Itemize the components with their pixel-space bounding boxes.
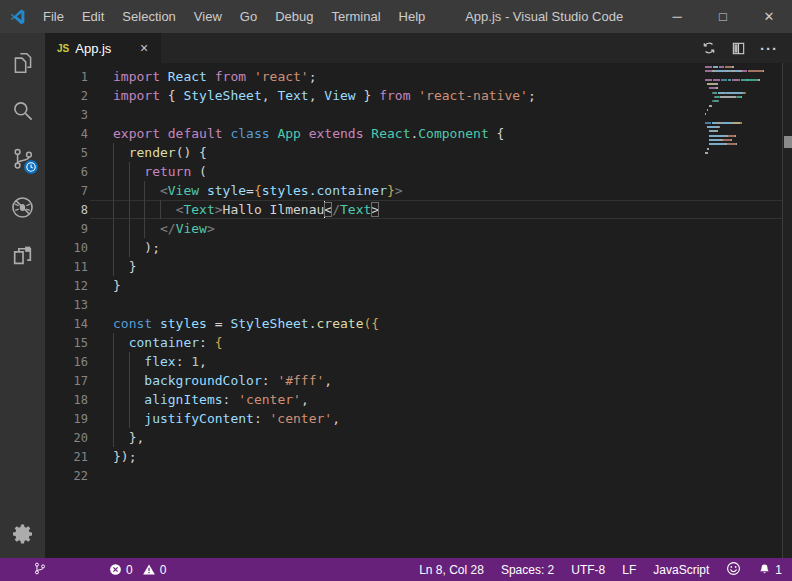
line-number[interactable]: 7 xyxy=(45,182,88,201)
close-button[interactable]: ✕ xyxy=(746,0,792,33)
line-number[interactable]: 5 xyxy=(45,144,88,163)
tab-appjs[interactable]: JS App.js × xyxy=(45,33,161,63)
code-line-9[interactable]: 9 </View> xyxy=(45,219,783,238)
line-number[interactable]: 18 xyxy=(45,391,88,410)
line-number[interactable]: 2 xyxy=(45,87,88,106)
overview-ruler[interactable] xyxy=(782,63,792,558)
menu-file[interactable]: File xyxy=(34,0,73,33)
code-token: App xyxy=(277,126,300,141)
code-token: { xyxy=(160,88,183,103)
split-editor-icon[interactable] xyxy=(731,41,746,56)
status-encoding[interactable]: UTF-8 xyxy=(571,563,605,577)
code-token: , xyxy=(324,373,332,388)
indent-guide xyxy=(113,143,114,162)
code-token: React xyxy=(168,69,207,84)
manage-gear[interactable] xyxy=(0,510,45,558)
code-token: > xyxy=(371,202,379,217)
code-line-6[interactable]: 6 return ( xyxy=(45,162,783,181)
code-line-10[interactable]: 10 ); xyxy=(45,238,783,257)
code-token: 'react-native' xyxy=(418,88,528,103)
code-line-14[interactable]: 14const styles = StyleSheet.create({ xyxy=(45,314,783,333)
line-number[interactable]: 20 xyxy=(45,429,88,448)
minimize-button[interactable]: ─ xyxy=(654,0,700,33)
activitybar-explorer[interactable] xyxy=(0,39,45,87)
line-number[interactable]: 9 xyxy=(45,220,88,239)
code-line-17[interactable]: 17 backgroundColor: '#fff', xyxy=(45,371,783,390)
menu-debug[interactable]: Debug xyxy=(266,0,322,33)
line-number[interactable]: 19 xyxy=(45,410,88,429)
status-eol[interactable]: LF xyxy=(622,563,636,577)
activitybar-source-control[interactable] xyxy=(0,135,45,183)
minimap[interactable] xyxy=(705,66,769,161)
line-number[interactable]: 3 xyxy=(45,106,88,125)
code-line-21[interactable]: 21}); xyxy=(45,447,783,466)
line-number[interactable]: 17 xyxy=(45,372,88,391)
code-token: { xyxy=(254,183,262,198)
activitybar-extensions[interactable] xyxy=(0,231,45,279)
code-token: : xyxy=(176,354,192,369)
code-line-8[interactable]: 8 <Text>Hallo Ilmenau</Text> xyxy=(45,200,783,219)
code-token xyxy=(113,183,160,198)
code-line-18[interactable]: 18 alignItems: 'center', xyxy=(45,390,783,409)
code-token: style xyxy=(207,183,246,198)
menu-edit[interactable]: Edit xyxy=(73,0,113,33)
line-number[interactable]: 21 xyxy=(45,448,88,467)
code-line-5[interactable]: 5 render() { xyxy=(45,143,783,162)
open-changes-icon[interactable] xyxy=(701,40,717,56)
problems-status[interactable]: 0 0 xyxy=(109,563,166,577)
code-token: = xyxy=(207,316,230,331)
line-number[interactable]: 8 xyxy=(45,201,88,220)
code-token: () { xyxy=(176,145,207,160)
code-line-12[interactable]: 12} xyxy=(45,276,783,295)
menu-selection[interactable]: Selection xyxy=(113,0,184,33)
line-number[interactable]: 11 xyxy=(45,258,88,277)
tab-bar: JS App.js × ··· xyxy=(45,33,792,63)
menu-view[interactable]: View xyxy=(185,0,231,33)
code-line-20[interactable]: 20 }, xyxy=(45,428,783,447)
line-number[interactable]: 12 xyxy=(45,277,88,296)
menu-terminal[interactable]: Terminal xyxy=(322,0,389,33)
line-number[interactable]: 10 xyxy=(45,239,88,258)
activitybar-debug[interactable] xyxy=(0,183,45,231)
line-number[interactable]: 1 xyxy=(45,68,88,87)
code-token: . xyxy=(309,316,317,331)
maximize-button[interactable]: □ xyxy=(700,0,746,33)
code-line-22[interactable]: 22 xyxy=(45,466,783,485)
code-line-3[interactable]: 3 xyxy=(45,105,783,124)
activitybar-search[interactable] xyxy=(0,87,45,135)
code-line-11[interactable]: 11 } xyxy=(45,257,783,276)
code-token: }); xyxy=(113,449,136,464)
code-token: 'react' xyxy=(254,69,309,84)
menu-go[interactable]: Go xyxy=(231,0,266,33)
vscode-logo-icon xyxy=(9,8,26,25)
line-number[interactable]: 6 xyxy=(45,163,88,182)
more-actions-icon[interactable]: ··· xyxy=(760,40,778,57)
code-line-2[interactable]: 2import { StyleSheet, Text, View } from … xyxy=(45,86,783,105)
code-editor[interactable]: 1import React from 'react';2import { Sty… xyxy=(45,63,792,558)
tab-close-icon[interactable]: × xyxy=(135,40,153,56)
line-number[interactable]: 15 xyxy=(45,334,88,353)
feedback-smiley-icon[interactable] xyxy=(726,561,741,579)
line-number[interactable]: 16 xyxy=(45,353,88,372)
line-number[interactable]: 4 xyxy=(45,125,88,144)
code-token: } xyxy=(387,183,395,198)
git-branch-status-icon[interactable] xyxy=(33,561,47,579)
status-language-mode[interactable]: JavaScript xyxy=(653,563,709,577)
code-line-19[interactable]: 19 justifyContent: 'center', xyxy=(45,409,783,428)
status-cursor-position[interactable]: Ln 8, Col 28 xyxy=(419,563,484,577)
code-line-16[interactable]: 16 flex: 1, xyxy=(45,352,783,371)
code-line-7[interactable]: 7 <View style={styles.container}> xyxy=(45,181,783,200)
code-line-4[interactable]: 4export default class App extends React.… xyxy=(45,124,783,143)
indent-guide xyxy=(129,352,130,371)
line-number[interactable]: 22 xyxy=(45,467,88,486)
line-number[interactable]: 14 xyxy=(45,315,88,334)
notifications-bell[interactable]: 1 xyxy=(758,563,782,577)
menu-help[interactable]: Help xyxy=(390,0,435,33)
code-line-1[interactable]: 1import React from 'react'; xyxy=(45,67,783,86)
activity-bar xyxy=(0,33,45,558)
status-indentation[interactable]: Spaces: 2 xyxy=(501,563,554,577)
code-line-13[interactable]: 13 xyxy=(45,295,783,314)
code-line-15[interactable]: 15 container: { xyxy=(45,333,783,352)
line-number[interactable]: 13 xyxy=(45,296,88,315)
code-token: , xyxy=(199,354,207,369)
